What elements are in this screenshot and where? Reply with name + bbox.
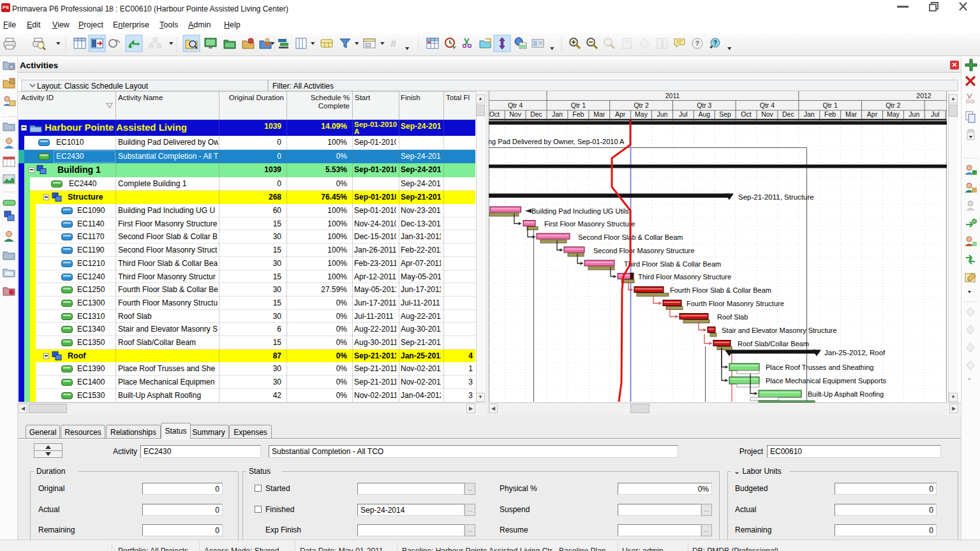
svg-text:Dec: Dec <box>530 110 542 118</box>
svg-text:#: # <box>390 38 396 49</box>
svg-text:Jan-25-2012, Roof: Jan-25-2012, Roof <box>824 349 886 356</box>
svg-text:Fourth Floor Slab & Collar Bea: Fourth Floor Slab & Collar Beam <box>670 286 771 294</box>
svg-text:May: May <box>887 110 900 118</box>
svg-text:Jun: Jun <box>909 110 919 118</box>
svg-text:May: May <box>635 110 648 118</box>
svg-text:Aug: Aug <box>698 110 710 118</box>
svg-text:Qtr 4: Qtr 4 <box>508 101 523 109</box>
svg-text:Roof Slab/Collar Beam: Roof Slab/Collar Beam <box>738 340 809 348</box>
svg-text:Second Floor Masonry Structure: Second Floor Masonry Structure <box>593 247 694 254</box>
svg-text:2012: 2012 <box>916 92 932 99</box>
svg-text:Third Floor Slab & Collar Beam: Third Floor Slab & Collar Beam <box>624 260 721 268</box>
svg-text:Oct: Oct <box>741 110 751 118</box>
svg-text:Apr: Apr <box>615 110 626 118</box>
svg-text:Qtr 3: Qtr 3 <box>697 101 711 109</box>
svg-text:Place Mechanical Equipment Sup: Place Mechanical Equipment Supports <box>766 377 886 385</box>
svg-text:Building Pad Delivered by Owne: Building Pad Delivered by Owner, Sep-01-… <box>489 138 625 145</box>
svg-text:Apr: Apr <box>867 110 878 118</box>
svg-text:Dec: Dec <box>782 110 794 118</box>
svg-text:Jul: Jul <box>679 110 687 118</box>
svg-text:Sep-21-2011, Structure: Sep-21-2011, Structure <box>738 193 814 201</box>
svg-text:Qtr 4: Qtr 4 <box>760 101 775 109</box>
svg-text:Qtr 2: Qtr 2 <box>634 101 648 109</box>
svg-text:Fourth Floor Masonry Structure: Fourth Floor Masonry Structure <box>687 300 784 307</box>
svg-text:Stair and Elevator Masonry Str: Stair and Elevator Masonry Structure <box>722 327 836 334</box>
svg-text:Place Roof Trusses and Sheathi: Place Roof Trusses and Sheathing <box>766 364 873 371</box>
svg-text:Jan: Jan <box>552 110 563 118</box>
svg-text:Oct: Oct <box>489 110 500 118</box>
svg-text:Nov: Nov <box>509 110 521 118</box>
svg-text:Mar: Mar <box>845 110 858 118</box>
svg-text:Jul: Jul <box>931 110 939 118</box>
svg-text:Building Pad Including UG Util: Building Pad Including UG Utils <box>531 207 629 215</box>
svg-text:Sep: Sep <box>719 110 731 118</box>
svg-text:Nov: Nov <box>761 110 773 118</box>
svg-text:Qtr 1: Qtr 1 <box>823 101 838 109</box>
svg-text:Roof Slab: Roof Slab <box>717 313 748 321</box>
svg-text:First Floor Masonry Structure: First Floor Masonry Structure <box>544 220 635 228</box>
svg-text:Jan: Jan <box>804 110 815 118</box>
svg-text:Mar: Mar <box>593 110 605 118</box>
svg-text:Qtr 1: Qtr 1 <box>571 101 586 109</box>
svg-text:Built-Up Asphalt Roofing: Built-Up Asphalt Roofing <box>808 390 884 398</box>
svg-text:Jun: Jun <box>657 110 668 118</box>
svg-text:Qtr 2: Qtr 2 <box>886 101 900 109</box>
svg-text:Third Floor Masonry Structure: Third Floor Masonry Structure <box>638 273 731 281</box>
svg-text:?: ? <box>695 40 700 47</box>
svg-text:Feb: Feb <box>824 110 836 118</box>
svg-text:Feb: Feb <box>572 110 584 118</box>
svg-text:?: ? <box>713 40 717 47</box>
svg-text:2011: 2011 <box>665 92 680 99</box>
